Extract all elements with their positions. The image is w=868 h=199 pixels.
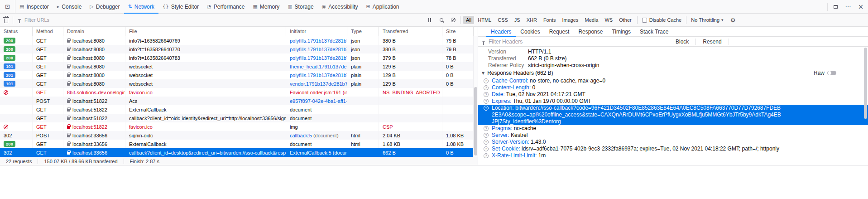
request-row[interactable]: 200GETlocalhost:8080info?t=1635826640770… xyxy=(0,45,474,53)
details-tab-stack-trace[interactable]: Stack Trace xyxy=(635,27,673,36)
column-header-transferred[interactable]: Transferred xyxy=(379,27,442,36)
request-row[interactable]: 101GETlocalhost:8080websocketpolyfills.1… xyxy=(0,71,474,79)
pick-element-button[interactable]: ⊡ xyxy=(0,0,15,13)
resend-button[interactable]: Resend xyxy=(699,39,725,45)
details-tab-cookies[interactable]: Cookies xyxy=(516,27,544,36)
tab-style-editor[interactable]: {}Style Editor xyxy=(158,0,203,13)
header-row[interactable]: ?Content-Length: 0 xyxy=(478,84,868,91)
network-settings-button[interactable]: ⚙ xyxy=(727,14,739,26)
request-row[interactable]: GETlocalhost:51822ExternalCallbackdocume… xyxy=(0,105,474,114)
request-row[interactable]: GETlocalhost:51822callback?client_id=oid… xyxy=(0,114,474,122)
column-header-method[interactable]: Method xyxy=(33,27,63,36)
tab-performance[interactable]: ◔Performance xyxy=(203,0,249,13)
request-list-scrollbar[interactable] xyxy=(473,36,478,157)
domain-cell: localhost:51822 xyxy=(63,114,125,122)
request-row[interactable]: 302GETlocalhost:33656callback?client_id=… xyxy=(0,148,474,157)
tab-network[interactable]: ⇅Network xyxy=(124,0,158,13)
type-filter-media[interactable]: Media xyxy=(582,16,601,24)
divider xyxy=(729,39,729,45)
header-row[interactable]: ?Set-Cookie: idsrv=adf6cba1-7075-402b-9e… xyxy=(478,146,868,152)
tab-console[interactable]: ▸Console xyxy=(53,0,86,13)
tab-accessibility[interactable]: ◉Accessibility xyxy=(318,0,362,13)
header-row[interactable]: ?Pragma: no-cache xyxy=(478,125,868,132)
request-blocking-button[interactable] xyxy=(447,14,459,26)
request-row[interactable]: GET8bit-solutions-dev.onelogin…favicon.i… xyxy=(0,88,474,97)
gear-icon: ⚙ xyxy=(730,17,736,24)
details-scrollbar[interactable] xyxy=(864,48,867,162)
type-filter-js[interactable]: JS xyxy=(512,16,523,24)
tab-storage[interactable]: ▥Storage xyxy=(283,0,317,13)
tab-inspector[interactable]: ▤Inspector xyxy=(15,0,53,13)
header-row[interactable]: ?Expires: Thu, 01 Jan 1970 00:00:00 GMT xyxy=(478,98,868,105)
file-cell: info?t=1635826640769 xyxy=(125,36,286,45)
clear-requests-button[interactable] xyxy=(0,14,12,26)
request-row[interactable]: 302POSTlocalhost:33656signin-oidccallbac… xyxy=(0,131,474,140)
tab-application[interactable]: ⊞Application xyxy=(362,0,403,13)
request-row[interactable]: 101GETlocalhost:8080websockettheme_head.… xyxy=(0,62,474,71)
request-row[interactable]: GETlocalhost:51822favicon.icoimgCSP xyxy=(0,122,474,131)
size-cell: 79 B xyxy=(442,45,474,53)
tab-debugger[interactable]: ▷Debugger xyxy=(86,0,124,13)
meatball-menu-button[interactable]: ⋯ xyxy=(842,0,854,13)
scrollbar-thumb[interactable] xyxy=(474,87,477,156)
type-filter-all[interactable]: All xyxy=(463,16,474,24)
column-header-size[interactable]: Size xyxy=(442,27,474,36)
header-row[interactable]: ?Server: Kestrel xyxy=(478,132,868,139)
type-filter-ws[interactable]: WS xyxy=(602,16,615,24)
request-row[interactable]: 200GETlocalhost:8080info?t=1635826640769… xyxy=(0,36,474,45)
type-filter-html[interactable]: HTML xyxy=(475,16,494,24)
filter-urls-box[interactable] xyxy=(14,14,424,26)
details-tab-request[interactable]: Request xyxy=(545,27,574,36)
type-filter-other[interactable]: Other xyxy=(616,16,634,24)
status-badge: 200 xyxy=(4,55,15,61)
domain-text: localhost:8080 xyxy=(72,73,105,78)
filter-urls-input[interactable] xyxy=(24,17,424,23)
filter-headers-input[interactable] xyxy=(489,39,669,45)
status-cell: 101 xyxy=(0,79,33,88)
details-tab-timings[interactable]: Timings xyxy=(607,27,635,36)
search-button[interactable] xyxy=(436,14,447,26)
close-button[interactable]: × xyxy=(854,0,867,13)
question-circle-icon: ? xyxy=(484,133,489,138)
separate-window-button[interactable] xyxy=(829,0,842,13)
response-headers-section[interactable]: ▼ Response Headers (662 B) Raw xyxy=(478,68,868,78)
section-title: Response Headers (662 B) xyxy=(487,70,553,76)
type-filter-xhr[interactable]: XHR xyxy=(524,16,540,24)
initiator-text: FaviconLoader.jsm:191 (img) xyxy=(290,90,347,95)
header-row[interactable]: ?Cache-Control: no-store, no-cache, max-… xyxy=(478,78,868,84)
column-header-initiator[interactable]: Initiator xyxy=(286,27,347,36)
type-filter-images[interactable]: Images xyxy=(559,16,581,24)
throttling-dropdown[interactable]: No Throttling ▾ xyxy=(687,17,727,23)
type-cell xyxy=(347,105,379,114)
divider xyxy=(695,39,696,45)
header-row[interactable]: ?Date: Tue, 02 Nov 2021 04:17:21 GMT xyxy=(478,91,868,98)
type-filter-fonts[interactable]: Fonts xyxy=(541,16,559,24)
header-row[interactable]: ?Location: bitwarden://sso-callback?code… xyxy=(478,105,868,125)
disable-cache-checkbox[interactable]: Disable Cache xyxy=(638,17,686,23)
column-header-status[interactable]: Status xyxy=(0,27,33,36)
transferred-cell: 662 B xyxy=(379,148,442,157)
request-row[interactable]: 200GETlocalhost:33656ExternalCallbackdoc… xyxy=(0,140,474,148)
scrollbar-thumb[interactable] xyxy=(864,48,867,119)
request-row[interactable]: 101GETlocalhost:8080websocketvendor.1791… xyxy=(0,79,474,88)
status-cell xyxy=(0,97,33,105)
size-text: 0 B xyxy=(446,73,454,78)
details-tab-response[interactable]: Response xyxy=(574,27,607,36)
type-filter-css[interactable]: CSS xyxy=(495,16,511,24)
status-badge: 101 xyxy=(4,72,15,78)
column-header-domain[interactable]: Domain xyxy=(63,27,125,36)
size-cell: 78 B xyxy=(442,53,474,62)
details-tab-headers[interactable]: Headers xyxy=(486,27,516,36)
header-row[interactable]: ?X-Rate-Limit-Limit: 1m xyxy=(478,152,868,159)
column-header-type[interactable]: Type xyxy=(347,27,379,36)
request-row[interactable]: POSTlocalhost:51822Acse957f897-042e-4ba1… xyxy=(0,97,474,105)
pause-recording-button[interactable] xyxy=(424,14,436,26)
request-row[interactable]: 200GETlocalhost:8080info?t=1635826640783… xyxy=(0,53,474,62)
column-header-file[interactable]: File xyxy=(125,27,286,36)
domain-cell: localhost:8080 xyxy=(63,53,125,62)
header-row[interactable]: ?Server-Version: 1.43.0 xyxy=(478,139,868,146)
initiator-cell: polyfills.1791b137de281b787… xyxy=(286,45,347,53)
raw-toggle[interactable] xyxy=(827,71,836,75)
tab-memory[interactable]: ▦Memory xyxy=(249,0,283,13)
block-url-button[interactable]: Block xyxy=(672,39,692,45)
